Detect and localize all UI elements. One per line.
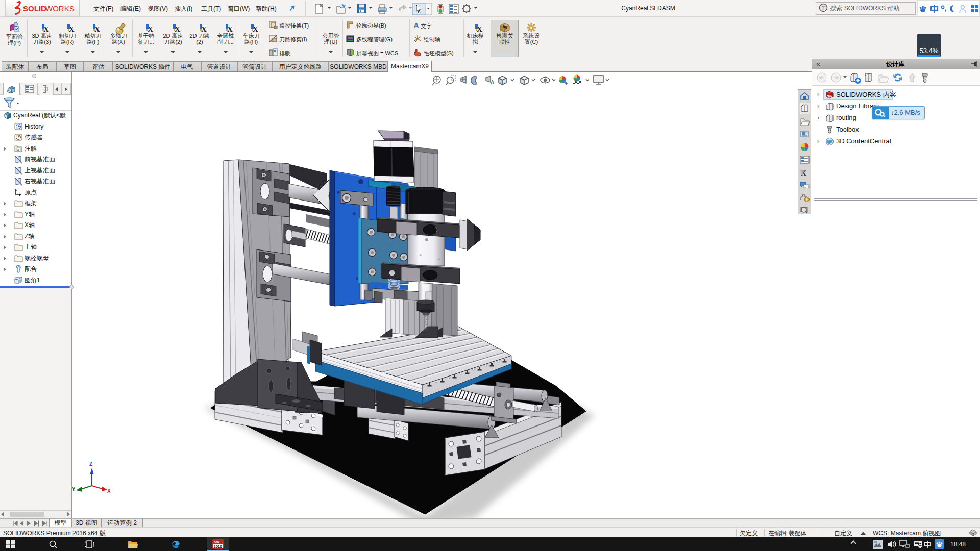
svg-text:Y: Y (72, 486, 76, 492)
svg-text:SW: SW (214, 540, 220, 544)
svg-text:Z: Z (89, 461, 92, 467)
svg-text:2016: 2016 (214, 544, 223, 549)
svg-text:X: X (107, 488, 111, 494)
svg-text:A: A (17, 148, 20, 152)
svg-text:A: A (491, 80, 494, 85)
svg-text:SW: SW (827, 94, 832, 99)
